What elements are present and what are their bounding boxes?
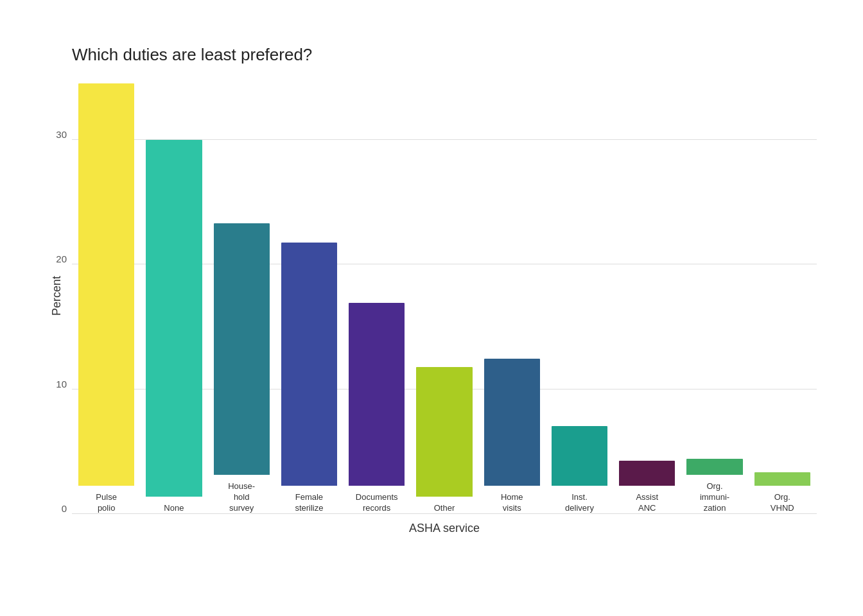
bar — [281, 243, 337, 486]
bar-group: Other — [416, 367, 472, 514]
bar-label: None — [164, 503, 184, 514]
bar — [349, 303, 405, 486]
chart-title: Which duties are least prefered? — [72, 45, 817, 65]
bar-label: Org.VHND — [771, 492, 794, 514]
chart-container: Which duties are least prefered? Percent… — [21, 19, 842, 597]
bar-group: AssistANC — [619, 461, 675, 514]
bar-group: None — [146, 140, 202, 514]
chart-area: Percent 0102030 PulsepolioNoneHouse-hold… — [72, 78, 817, 514]
bar — [484, 359, 540, 486]
x-axis-title: ASHA service — [72, 522, 817, 535]
bar — [146, 140, 202, 497]
bar — [754, 472, 810, 486]
bar — [619, 461, 675, 486]
bar-label: AssistANC — [636, 492, 658, 514]
y-axis-label: Percent — [50, 276, 64, 316]
bar-label: Femalesterilize — [295, 492, 323, 514]
bar-group: Org.VHND — [754, 472, 810, 514]
bar-label: Documentsrecords — [356, 492, 398, 514]
bar-group: Org.immuni-zation — [686, 459, 742, 514]
bar-group: Inst.delivery — [552, 426, 607, 514]
bar — [416, 367, 472, 497]
bar-label: Pulsepolio — [96, 492, 117, 514]
bar-group: Femalesterilize — [281, 243, 337, 514]
bars-wrapper: PulsepolioNoneHouse-holdsurveyFemalester… — [72, 78, 817, 514]
bar-label: Inst.delivery — [565, 492, 594, 514]
grid-and-bars: 0102030 PulsepolioNoneHouse-holdsurveyFe… — [72, 78, 817, 514]
bar-label: Homevisits — [501, 492, 523, 514]
bar-group: House-holdsurvey — [214, 223, 270, 514]
bar — [552, 426, 607, 486]
bar-label: Org.immuni-zation — [700, 481, 729, 514]
bar-group: Homevisits — [484, 359, 540, 514]
bar — [214, 223, 270, 475]
bar-group: Pulsepolio — [78, 83, 134, 514]
bar-label: House-holdsurvey — [228, 481, 255, 514]
bar — [686, 459, 742, 475]
bar — [78, 83, 134, 486]
bar-label: Other — [434, 503, 455, 514]
bar-group: Documentsrecords — [349, 303, 405, 514]
